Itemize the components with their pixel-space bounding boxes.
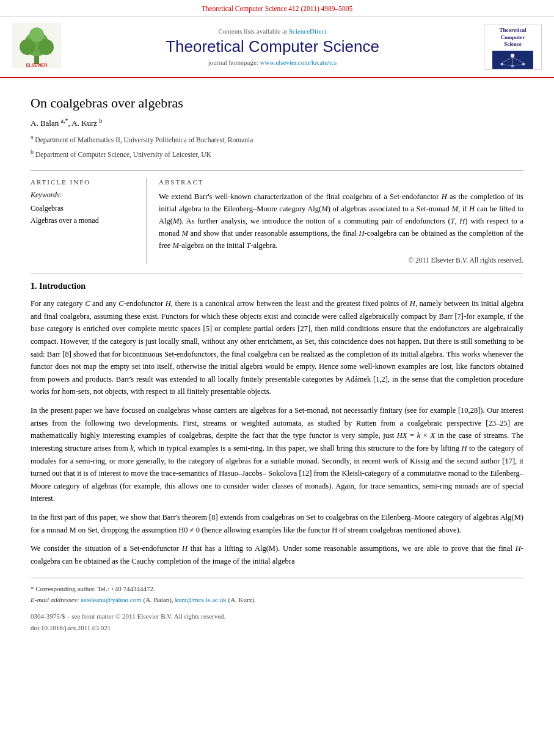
- abstract-text: We extend Barr's well-known characteriza…: [159, 191, 523, 252]
- main-content: On coalgebras over algebras A. Balan a,*…: [0, 78, 554, 645]
- tcs-logo: TheoreticalComputerScience: [484, 24, 542, 70]
- footnote-2: E-mail addresses: asteleanu@yahoo.com (A…: [31, 594, 523, 606]
- footnotes: * Corresponding author. Tel.: +40 744344…: [31, 578, 523, 634]
- citation-link[interactable]: Theoretical Computer Science 412 (2011) …: [202, 5, 353, 12]
- affiliation-b: b Department of Computer Science, Univer…: [31, 147, 523, 161]
- keyword-coalgebras: Coalgebras: [31, 202, 137, 214]
- svg-point-8: [511, 54, 514, 57]
- intro-heading: 1. Introduction: [31, 282, 523, 291]
- abstract-column: Abstract We extend Barr's well-known cha…: [159, 178, 523, 264]
- elsevier-logo: ELSEVIER: [12, 23, 61, 71]
- doi-line: doi:10.1016/j.tcs.2011.03.021: [31, 622, 523, 634]
- journal-title: Theoretical Computer Science: [67, 37, 478, 56]
- intro-paragraph-2: In the present paper we have focused on …: [31, 404, 523, 505]
- affiliation-a: a Department of Mathematics II, Universi…: [31, 132, 523, 146]
- homepage-url[interactable]: www.elsevier.com/locate/tcs: [260, 59, 337, 66]
- sciencedirect-label: Contents lists available at ScienceDirec…: [67, 27, 478, 35]
- footnote-1: * Corresponding author. Tel.: +40 744344…: [31, 583, 523, 595]
- svg-point-4: [38, 39, 54, 55]
- email-balan[interactable]: asteleanu@yahoo.com: [81, 596, 142, 603]
- svg-point-3: [20, 39, 35, 55]
- abstract-heading: Abstract: [159, 178, 523, 186]
- keyword-algebras-monad: Algebras over a monad: [31, 214, 137, 227]
- authors-line: A. Balan a,*, A. Kurz b: [31, 117, 523, 128]
- journal-title-area: Contents lists available at ScienceDirec…: [67, 27, 478, 66]
- journal-header: ELSEVIER Contents lists available at Sci…: [0, 16, 554, 78]
- intro-paragraph-3: In the first part of this paper, we show…: [31, 511, 523, 536]
- email-kurz[interactable]: kurz@mcs.le.ac.uk: [175, 596, 226, 603]
- article-info-heading: Article Info: [31, 178, 137, 186]
- article-info-abstract: Article Info Keywords: Coalgebras Algebr…: [31, 170, 523, 264]
- journal-homepage: journal homepage: www.elsevier.com/locat…: [67, 59, 478, 66]
- copyright: © 2011 Elsevier B.V. All rights reserved…: [159, 256, 523, 264]
- keywords-list: Coalgebras Algebras over a monad: [31, 202, 137, 227]
- svg-text:ELSEVIER: ELSEVIER: [26, 63, 48, 67]
- svg-point-5: [29, 27, 44, 42]
- sciencedirect-link[interactable]: ScienceDirect: [289, 27, 327, 35]
- footer-info: 0304-3975/$ – see front matter © 2011 El…: [31, 611, 523, 633]
- citation-bar: Theoretical Computer Science 412 (2011) …: [0, 0, 554, 16]
- introduction-section: 1. Introduction For any category C and a…: [31, 274, 523, 568]
- intro-paragraph-4: We consider the situation of a Set-endof…: [31, 542, 523, 567]
- article-title: On coalgebras over algebras: [31, 95, 523, 111]
- affiliations: a Department of Mathematics II, Universi…: [31, 132, 523, 161]
- article-info-column: Article Info Keywords: Coalgebras Algebr…: [31, 178, 147, 264]
- keywords-label: Keywords:: [31, 191, 137, 200]
- intro-paragraph-1: For any category C and any C-endofunctor…: [31, 297, 523, 398]
- issn-line: 0304-3975/$ – see front matter © 2011 El…: [31, 611, 523, 622]
